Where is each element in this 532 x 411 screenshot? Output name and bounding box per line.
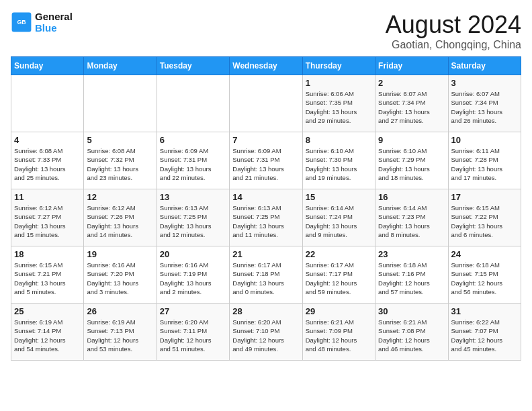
calendar-cell: 2Sunrise: 6:07 AM Sunset: 7:34 PM Daylig… — [375, 75, 448, 132]
calendar-cell: 12Sunrise: 6:12 AM Sunset: 7:26 PM Dayli… — [84, 189, 157, 246]
cell-info: Sunrise: 6:15 AM Sunset: 7:22 PM Dayligh… — [451, 203, 518, 239]
day-number: 30 — [378, 306, 445, 316]
calendar-cell: 3Sunrise: 6:07 AM Sunset: 7:34 PM Daylig… — [448, 75, 521, 132]
day-number: 12 — [87, 192, 153, 202]
weekday-header-saturday: Saturday — [448, 57, 521, 75]
day-number: 10 — [451, 135, 518, 145]
weekday-header-wednesday: Wednesday — [230, 57, 302, 75]
cell-info: Sunrise: 6:16 AM Sunset: 7:19 PM Dayligh… — [160, 261, 226, 296]
cell-info: Sunrise: 6:13 AM Sunset: 7:25 PM Dayligh… — [232, 203, 299, 239]
title-block: August 2024 Gaotian, Chongqing, China — [386, 11, 521, 51]
cell-info: Sunrise: 6:15 AM Sunset: 7:21 PM Dayligh… — [14, 261, 81, 296]
weekday-header-tuesday: Tuesday — [157, 57, 229, 75]
location: Gaotian, Chongqing, China — [386, 39, 521, 51]
calendar-cell: 14Sunrise: 6:13 AM Sunset: 7:25 PM Dayli… — [230, 189, 302, 246]
calendar-cell: 8Sunrise: 6:10 AM Sunset: 7:30 PM Daylig… — [302, 132, 375, 189]
calendar-cell — [157, 75, 229, 132]
calendar-cell: 19Sunrise: 6:16 AM Sunset: 7:20 PM Dayli… — [84, 246, 157, 304]
cell-info: Sunrise: 6:13 AM Sunset: 7:25 PM Dayligh… — [160, 203, 226, 239]
page-header: GB General Blue August 2024 Gaotian, Cho… — [11, 11, 521, 51]
day-number: 3 — [451, 78, 518, 88]
calendar-cell: 24Sunrise: 6:18 AM Sunset: 7:15 PM Dayli… — [448, 246, 521, 304]
cell-info: Sunrise: 6:09 AM Sunset: 7:31 PM Dayligh… — [232, 146, 299, 182]
cell-info: Sunrise: 6:21 AM Sunset: 7:08 PM Dayligh… — [378, 318, 445, 353]
day-number: 29 — [306, 306, 372, 316]
cell-info: Sunrise: 6:06 AM Sunset: 7:35 PM Dayligh… — [306, 89, 372, 125]
day-number: 17 — [451, 192, 518, 202]
calendar-cell: 4Sunrise: 6:08 AM Sunset: 7:33 PM Daylig… — [11, 132, 84, 189]
day-number: 2 — [378, 78, 445, 88]
cell-info: Sunrise: 6:07 AM Sunset: 7:34 PM Dayligh… — [378, 89, 445, 125]
cell-info: Sunrise: 6:10 AM Sunset: 7:29 PM Dayligh… — [378, 146, 445, 182]
day-number: 18 — [14, 249, 81, 259]
weekday-header-thursday: Thursday — [302, 57, 375, 75]
calendar-table: SundayMondayTuesdayWednesdayThursdayFrid… — [11, 56, 521, 361]
calendar-cell: 9Sunrise: 6:10 AM Sunset: 7:29 PM Daylig… — [375, 132, 448, 189]
cell-info: Sunrise: 6:12 AM Sunset: 7:26 PM Dayligh… — [87, 203, 153, 239]
calendar-cell — [11, 75, 84, 132]
day-number: 7 — [232, 135, 299, 145]
day-number: 20 — [160, 249, 226, 259]
logo-text: General Blue — [35, 11, 73, 34]
calendar-cell: 5Sunrise: 6:08 AM Sunset: 7:32 PM Daylig… — [84, 132, 157, 189]
calendar-cell: 25Sunrise: 6:19 AM Sunset: 7:14 PM Dayli… — [11, 304, 84, 361]
calendar-cell: 26Sunrise: 6:19 AM Sunset: 7:13 PM Dayli… — [84, 304, 157, 361]
day-number: 22 — [306, 249, 372, 259]
day-number: 11 — [14, 192, 81, 202]
cell-info: Sunrise: 6:22 AM Sunset: 7:07 PM Dayligh… — [451, 318, 518, 353]
svg-text:GB: GB — [17, 19, 26, 26]
calendar-cell: 10Sunrise: 6:11 AM Sunset: 7:28 PM Dayli… — [448, 132, 521, 189]
day-number: 27 — [160, 306, 226, 316]
cell-info: Sunrise: 6:17 AM Sunset: 7:18 PM Dayligh… — [232, 261, 299, 296]
calendar-cell: 6Sunrise: 6:09 AM Sunset: 7:31 PM Daylig… — [157, 132, 229, 189]
calendar-cell: 15Sunrise: 6:14 AM Sunset: 7:24 PM Dayli… — [302, 189, 375, 246]
calendar-cell: 22Sunrise: 6:17 AM Sunset: 7:17 PM Dayli… — [302, 246, 375, 304]
calendar-cell: 23Sunrise: 6:18 AM Sunset: 7:16 PM Dayli… — [375, 246, 448, 304]
day-number: 28 — [232, 306, 299, 316]
weekday-header-monday: Monday — [84, 57, 157, 75]
day-number: 21 — [232, 249, 299, 259]
calendar-cell — [230, 75, 302, 132]
calendar-cell: 21Sunrise: 6:17 AM Sunset: 7:18 PM Dayli… — [230, 246, 302, 304]
day-number: 24 — [451, 249, 518, 259]
day-number: 6 — [160, 135, 226, 145]
calendar-cell: 11Sunrise: 6:12 AM Sunset: 7:27 PM Dayli… — [11, 189, 84, 246]
cell-info: Sunrise: 6:18 AM Sunset: 7:16 PM Dayligh… — [378, 261, 445, 296]
day-number: 26 — [87, 306, 153, 316]
day-number: 1 — [306, 78, 372, 88]
cell-info: Sunrise: 6:16 AM Sunset: 7:20 PM Dayligh… — [87, 261, 153, 296]
cell-info: Sunrise: 6:08 AM Sunset: 7:33 PM Dayligh… — [14, 146, 81, 182]
cell-info: Sunrise: 6:14 AM Sunset: 7:23 PM Dayligh… — [378, 203, 445, 239]
logo: GB General Blue — [11, 11, 73, 34]
weekday-header-friday: Friday — [375, 57, 448, 75]
calendar-cell: 29Sunrise: 6:21 AM Sunset: 7:09 PM Dayli… — [302, 304, 375, 361]
day-number: 25 — [14, 306, 81, 316]
cell-info: Sunrise: 6:14 AM Sunset: 7:24 PM Dayligh… — [306, 203, 372, 239]
calendar-cell: 7Sunrise: 6:09 AM Sunset: 7:31 PM Daylig… — [230, 132, 302, 189]
cell-info: Sunrise: 6:08 AM Sunset: 7:32 PM Dayligh… — [87, 146, 153, 182]
calendar-cell: 31Sunrise: 6:22 AM Sunset: 7:07 PM Dayli… — [448, 304, 521, 361]
day-number: 4 — [14, 135, 81, 145]
day-number: 13 — [160, 192, 226, 202]
calendar-cell: 1Sunrise: 6:06 AM Sunset: 7:35 PM Daylig… — [302, 75, 375, 132]
cell-info: Sunrise: 6:07 AM Sunset: 7:34 PM Dayligh… — [451, 89, 518, 125]
day-number: 23 — [378, 249, 445, 259]
day-number: 16 — [378, 192, 445, 202]
cell-info: Sunrise: 6:21 AM Sunset: 7:09 PM Dayligh… — [306, 318, 372, 353]
calendar-cell: 16Sunrise: 6:14 AM Sunset: 7:23 PM Dayli… — [375, 189, 448, 246]
cell-info: Sunrise: 6:20 AM Sunset: 7:10 PM Dayligh… — [232, 318, 299, 353]
day-number: 31 — [451, 306, 518, 316]
calendar-cell — [84, 75, 157, 132]
cell-info: Sunrise: 6:19 AM Sunset: 7:14 PM Dayligh… — [14, 318, 81, 353]
calendar-cell: 13Sunrise: 6:13 AM Sunset: 7:25 PM Dayli… — [157, 189, 229, 246]
calendar-cell: 30Sunrise: 6:21 AM Sunset: 7:08 PM Dayli… — [375, 304, 448, 361]
calendar-cell: 20Sunrise: 6:16 AM Sunset: 7:19 PM Dayli… — [157, 246, 229, 304]
day-number: 14 — [232, 192, 299, 202]
calendar-cell: 28Sunrise: 6:20 AM Sunset: 7:10 PM Dayli… — [230, 304, 302, 361]
cell-info: Sunrise: 6:20 AM Sunset: 7:11 PM Dayligh… — [160, 318, 226, 353]
calendar-cell: 27Sunrise: 6:20 AM Sunset: 7:11 PM Dayli… — [157, 304, 229, 361]
day-number: 15 — [306, 192, 372, 202]
cell-info: Sunrise: 6:11 AM Sunset: 7:28 PM Dayligh… — [451, 146, 518, 182]
logo-icon: GB — [11, 11, 32, 33]
calendar-cell: 18Sunrise: 6:15 AM Sunset: 7:21 PM Dayli… — [11, 246, 84, 304]
